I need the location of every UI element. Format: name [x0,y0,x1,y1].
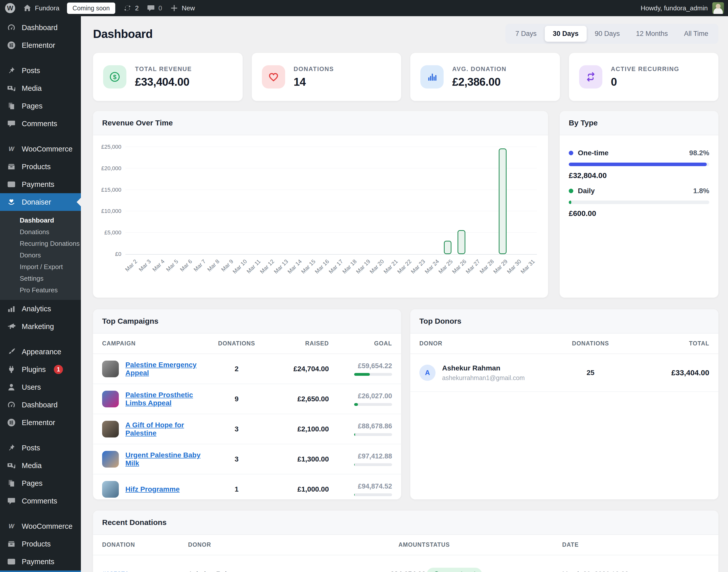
sidebar-subitem-donors[interactable]: Donors [0,249,81,261]
y-axis-tick-label: £15,000 [97,187,121,193]
campaign-goal-cell: £94,874.52 [329,483,392,496]
plugins-update-badge: 1 [54,365,63,374]
sidebar-item-products[interactable]: Products [0,535,81,553]
sidebar-item-payments[interactable]: $Payments [0,553,81,570]
sidebar-item-donaiser[interactable]: Donaiser [0,193,81,211]
coming-soon-badge[interactable]: Coming soon [67,3,115,14]
pin-icon [7,443,16,453]
sidebar-item-elementor[interactable]: Elementor [0,37,81,54]
sidebar-item-donaiser[interactable]: Donaiser [0,570,81,572]
sidebar-item-comments[interactable]: Comments [0,115,81,133]
sidebar-item-dashboard[interactable]: Dashboard [0,396,81,414]
sidebar-subitem-pro-features[interactable]: Pro Features [0,284,81,296]
sidebar-subitem-dashboard[interactable]: Dashboard [0,214,81,226]
x-axis-tick-label: Mar 11 [245,258,262,275]
sidebar-item-label: Elementor [22,41,55,50]
campaign-link[interactable]: Palestine Prosthetic Limbs Appeal [126,391,215,407]
sidebar-item-media[interactable]: Media [0,79,81,97]
comment-icon [7,496,16,506]
sidebar-item-appearance[interactable]: Appearance [0,343,81,361]
media-icon [7,83,16,93]
donation-id-link[interactable]: #135871 [102,570,129,572]
comment-icon [7,119,16,129]
campaign-goal-amount: £88,678.86 [358,422,392,430]
svg-text:$: $ [10,559,12,564]
sidebar-item-posts[interactable]: Posts [0,62,81,79]
revenue-over-time-card: Revenue Over Time £0£5,000£10,000£15,000… [93,111,548,298]
sidebar-item-posts[interactable]: Posts [0,439,81,457]
wordpress-logo-icon[interactable]: W [5,3,15,13]
sidebar-item-woocommerce[interactable]: WWooCommerce [0,517,81,535]
type-label: One-time [578,149,609,157]
new-label: New [182,4,195,12]
campaign-thumbnail [102,451,119,468]
sidebar-item-products[interactable]: Products [0,158,81,175]
campaign-link[interactable]: Hifz Programme [126,485,180,493]
campaign-goal-amount: £26,027.00 [358,392,392,400]
sidebar-subitem-recurring-donations[interactable]: Recurring Donations [0,238,81,249]
pages-icon [7,479,16,488]
howdy-account-link[interactable]: Howdy, fundora_admin [641,4,708,12]
x-axis-tick-label: Mar 19 [355,258,372,275]
site-name-link[interactable]: Fundora [23,4,59,13]
campaign-link[interactable]: A Gift of Hope for Palestine [126,421,215,437]
top-donors-header-row: DONORDONATIONSTOTAL [410,334,718,354]
range-tab-7-days[interactable]: 7 Days [507,26,545,42]
new-content-button[interactable]: New [170,4,195,13]
megaphone-icon [7,321,16,331]
range-tab-30-days[interactable]: 30 Days [545,26,587,42]
column-header-donor: DONOR [188,542,345,548]
recent-donation-row: #135871Ashekur Rahman£24,654.00Completed… [93,555,718,572]
sidebar-item-users[interactable]: Users [0,378,81,396]
revenue-chart-title: Revenue Over Time [93,111,548,135]
bars-icon [7,304,16,313]
elementor-icon [7,418,16,427]
revenue-bar-mar-25[interactable] [444,241,452,254]
range-tab-12-months[interactable]: 12 Months [628,26,676,42]
campaign-progress-track [354,403,392,406]
donor-identity-cell: AAshekur Rahmanashekurrahman1@gmail.com [419,364,553,381]
comments-link[interactable]: 0 [146,4,162,13]
sidebar-item-media[interactable]: Media [0,457,81,475]
type-percent: 1.8% [693,187,709,195]
sidebar-subitem-settings[interactable]: Settings [0,273,81,284]
media-icon [7,461,16,470]
sidebar-item-dashboard[interactable]: Dashboard [0,19,81,37]
sidebar-subitem-donations[interactable]: Donations [0,226,81,238]
sidebar-subitem-import-export[interactable]: Import / Export [0,261,81,273]
sidebar-item-plugins[interactable]: Plugins1 [0,361,81,378]
sidebar-item-elementor[interactable]: Elementor [0,414,81,431]
column-header-campaign: CAMPAIGN [102,340,215,347]
campaign-goal-cell: £88,678.86 [329,422,392,436]
campaign-progress-track [354,433,392,436]
revenue-bar-mar-29[interactable] [499,148,506,254]
top-campaigns-body: Palestine Emergency Appeal2£24,704.00£59… [93,354,401,499]
sidebar-item-comments[interactable]: Comments [0,492,81,510]
type-percent: 98.2% [689,149,709,157]
range-tab-90-days[interactable]: 90 Days [587,26,628,42]
sidebar-item-pages[interactable]: Pages [0,475,81,492]
campaign-row: Urgent Palestine Baby Milk3£1,300.00£97,… [93,444,401,475]
sidebar-item-label: Payments [22,558,54,566]
donaiser-icon [7,197,16,207]
range-tab-all-time[interactable]: All Time [676,26,716,42]
updates-icon [123,4,132,13]
sidebar-item-payments[interactable]: $Payments [0,175,81,193]
chart-gridline [126,147,537,147]
campaign-name-cell: Palestine Prosthetic Limbs Appeal [102,391,215,407]
campaign-goal-amount: £97,412.88 [358,452,392,460]
x-axis-tick-label: Mar 30 [506,258,523,275]
updates-link[interactable]: 2 [123,4,139,13]
campaign-link[interactable]: Palestine Emergency Appeal [126,361,215,377]
campaign-link[interactable]: Urgent Palestine Baby Milk [126,451,215,467]
x-axis-tick-label: Mar 29 [492,258,509,275]
sidebar-item-marketing[interactable]: Marketing [0,317,81,335]
revenue-bar-mar-26[interactable] [458,230,465,254]
sidebar-item-analytics[interactable]: Analytics [0,300,81,317]
user-avatar[interactable] [712,2,724,14]
sidebar-item-pages[interactable]: Pages [0,97,81,115]
user-icon [7,382,16,392]
stat-value: 0 [611,76,679,88]
type-amount: £600.00 [569,209,709,218]
sidebar-item-woocommerce[interactable]: WWooCommerce [0,140,81,158]
